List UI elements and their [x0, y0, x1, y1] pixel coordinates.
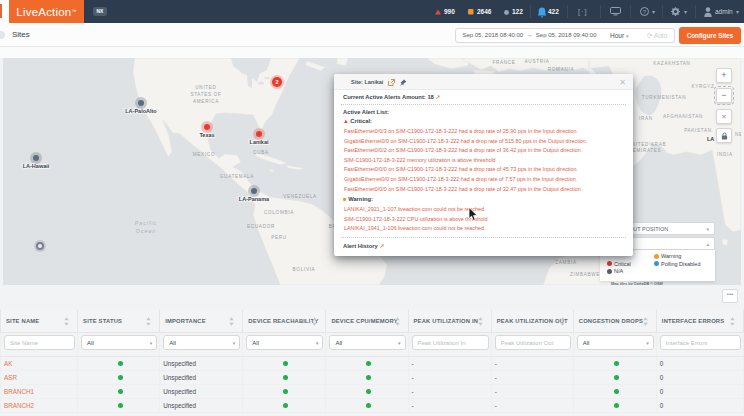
- svg-text:UNITED ARAB: UNITED ARAB: [628, 142, 666, 147]
- svg-text:KYRGYZ: KYRGYZ: [691, 84, 714, 89]
- svg-text:PERU: PERU: [271, 235, 287, 240]
- svg-text:AFGHANISTAN: AFGHANISTAN: [663, 114, 703, 119]
- svg-text:AUSTRIA: AUSTRIA: [525, 59, 550, 64]
- svg-text:KAZAKHSTAN: KAZAKHSTAN: [653, 61, 690, 66]
- svg-text:COLOMBIA: COLOMBIA: [264, 210, 294, 215]
- svg-text:PAKISTAN: PAKISTAN: [684, 128, 712, 133]
- svg-text:TURKMENISTAN: TURKMENISTAN: [642, 95, 686, 100]
- svg-text:INDIA: INDIA: [717, 152, 733, 157]
- svg-text:UNITED: UNITED: [195, 85, 216, 90]
- svg-text:Map tiles by CartoDB © OSM: Map tiles by CartoDB © OSM: [611, 282, 663, 285]
- svg-text:EMIRATES: EMIRATES: [633, 148, 662, 153]
- svg-text:Ocean: Ocean: [136, 228, 156, 234]
- svg-text:NE: NE: [735, 132, 741, 137]
- svg-text:IRAN: IRAN: [639, 116, 653, 121]
- svg-text:Pacific: Pacific: [135, 220, 157, 226]
- svg-text:ECUADOR: ECUADOR: [247, 224, 275, 229]
- svg-text:GUATEMALA: GUATEMALA: [220, 174, 255, 179]
- svg-text:STATES OF: STATES OF: [190, 92, 221, 97]
- svg-text:VENEZUELA: VENEZUELA: [283, 194, 317, 199]
- svg-text:AMERICA: AMERICA: [193, 99, 219, 104]
- svg-text:ROMANIA: ROMANIA: [548, 67, 575, 72]
- svg-text:FRANCE: FRANCE: [492, 60, 515, 65]
- svg-text:MEXICO: MEXICO: [193, 152, 215, 157]
- svg-text:ZIMBABWE: ZIMBABWE: [570, 272, 600, 277]
- svg-text:ZAMBIA: ZAMBIA: [555, 260, 577, 265]
- svg-text:CUBA: CUBA: [253, 150, 269, 155]
- svg-text:BOLIVIA: BOLIVIA: [293, 267, 316, 272]
- svg-text:?: ?: [643, 9, 647, 15]
